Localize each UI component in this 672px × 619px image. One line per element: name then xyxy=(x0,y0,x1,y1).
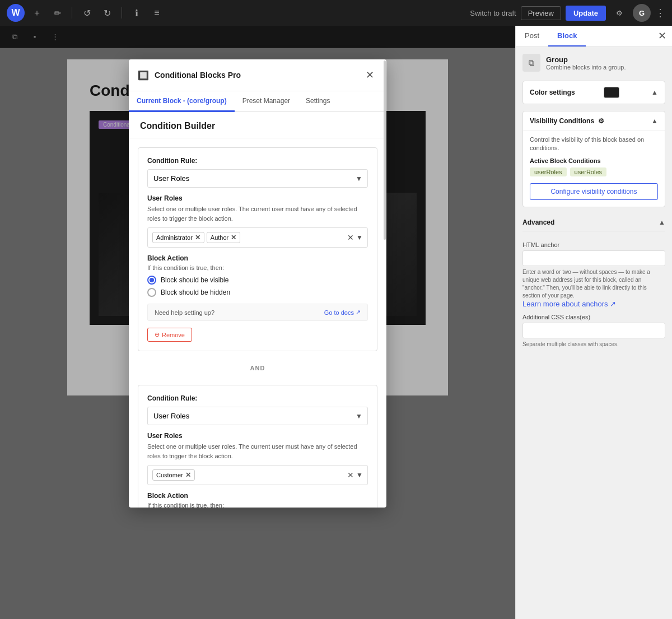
radio-hidden-1[interactable]: Block should be hidden xyxy=(147,288,368,297)
tags-dropdown-icon-2[interactable]: ▼ xyxy=(356,471,363,479)
user-avatar[interactable]: G xyxy=(633,4,651,22)
more-options-icon[interactable]: ⋮ xyxy=(655,7,665,19)
group-label: Group xyxy=(546,55,626,64)
tags-clear-icon-2[interactable]: ✕ xyxy=(347,471,354,480)
tag-customer: Customer ✕ xyxy=(152,469,195,481)
condition-rule-select-1[interactable]: User Roles xyxy=(147,169,368,188)
remove-button-1[interactable]: ⊖ Remove xyxy=(147,328,192,342)
settings-gear-icon[interactable]: ⚙ xyxy=(610,4,628,22)
list-view-icon[interactable]: ≡ xyxy=(149,5,165,21)
html-anchor-input[interactable] xyxy=(522,250,665,266)
condition-rule-label-2: Condition Rule: xyxy=(147,394,368,402)
additional-css-input[interactable] xyxy=(522,323,665,338)
user-roles-label-1: User Roles xyxy=(147,194,368,202)
html-anchor-label: HTML anchor xyxy=(522,241,665,248)
topbar-right: Switch to draft Preview Update ⚙ G ⋮ xyxy=(470,4,665,22)
modal-dialog: 🔲 Conditional Blocks Pro ✕ Current Block… xyxy=(129,59,386,508)
sidebar: Post Block ✕ ⧉ Group Combine blocks into… xyxy=(515,26,672,619)
modal-body: Condition Builder Condition Rule: User R… xyxy=(129,112,386,508)
color-swatch xyxy=(604,87,619,98)
configure-visibility-button[interactable]: Configure visibility conditions xyxy=(530,183,658,200)
advanced-header[interactable]: Advanced ▲ xyxy=(522,214,665,231)
advanced-chevron-icon: ▲ xyxy=(659,218,665,226)
learn-more-anchors-link[interactable]: Learn more about anchors ↗ xyxy=(522,300,616,308)
color-settings-section: Color settings ▲ xyxy=(522,81,665,104)
radio-hidden-label-1: Block should be hidden xyxy=(161,288,230,296)
pencil-icon[interactable]: ✏ xyxy=(49,5,65,21)
tags-input-2[interactable]: Customer ✕ ✕ ▼ xyxy=(147,465,368,485)
if-condition-text-2: If this condition is true, then: xyxy=(147,502,368,508)
user-roles-label-2: User Roles xyxy=(147,432,368,440)
modal-close-button[interactable]: ✕ xyxy=(362,67,377,83)
condition-tags: userRoles userRoles xyxy=(530,167,658,176)
tab-preset-manager[interactable]: Preset Manager xyxy=(235,91,298,112)
rule-select-wrapper-1: User Roles ▼ xyxy=(147,169,368,188)
modal-tabs: Current Block - (core/group) Preset Mana… xyxy=(129,91,386,112)
modal-overlay: 🔲 Conditional Blocks Pro ✕ Current Block… xyxy=(0,26,515,619)
color-settings-title: Color settings xyxy=(530,89,575,96)
remove-icon-1: ⊖ xyxy=(155,331,160,338)
additional-css-label: Additional CSS class(es) xyxy=(522,314,665,320)
rule-select-wrapper-2: User Roles ▼ xyxy=(147,407,368,425)
visibility-conditions-icon: ⚙ xyxy=(598,117,604,125)
tag-administrator: Administrator ✕ xyxy=(152,232,204,243)
condition-rule-label-1: Condition Rule: xyxy=(147,157,368,165)
modal-title: Conditional Blocks Pro xyxy=(155,71,241,80)
group-text: Group Combine blocks into a group. xyxy=(546,55,626,71)
block-action-label-1: Block Action xyxy=(147,254,368,262)
visibility-chevron-icon: ▲ xyxy=(651,117,658,125)
separator xyxy=(72,7,72,18)
sidebar-tab-post[interactable]: Post xyxy=(516,26,548,46)
wp-logo-icon[interactable]: W xyxy=(7,4,25,22)
go-to-docs-link-1[interactable]: Go to docs ↗ xyxy=(324,309,361,316)
sidebar-close-button[interactable]: ✕ xyxy=(652,26,672,46)
modal-scrollbar[interactable] xyxy=(383,112,386,508)
advanced-section: Advanced ▲ HTML anchor Enter a word or t… xyxy=(522,214,665,353)
switch-draft-button[interactable]: Switch to draft xyxy=(470,9,516,17)
condition-tag-1: userRoles xyxy=(530,167,567,176)
help-bar-1: Need help setting up? Go to docs ↗ xyxy=(147,304,368,321)
info-icon[interactable]: ℹ xyxy=(129,5,144,21)
update-button[interactable]: Update xyxy=(566,6,606,21)
visibility-conditions-section: Visibility Conditions ⚙ ▲ Control the vi… xyxy=(522,111,665,207)
radio-visible-1[interactable]: Block should be visible xyxy=(147,276,368,285)
tab-settings[interactable]: Settings xyxy=(298,91,338,112)
block-action-label-2: Block Action xyxy=(147,492,368,500)
color-settings-header[interactable]: Color settings ▲ xyxy=(523,81,665,104)
add-block-icon[interactable]: ＋ xyxy=(29,5,45,21)
tags-input-1[interactable]: Administrator ✕ Author ✕ ✕ ▼ xyxy=(147,227,368,248)
redo-icon[interactable]: ↻ xyxy=(99,5,115,21)
radio-circle-hidden-1 xyxy=(147,288,156,297)
visibility-body: Control the visibility of this block bas… xyxy=(523,131,665,207)
group-block-icon: ⧉ xyxy=(522,54,540,72)
sidebar-body: ⧉ Group Combine blocks into a group. Col… xyxy=(516,47,672,619)
modal-title-icon: 🔲 xyxy=(138,70,149,81)
tag-remove-author[interactable]: ✕ xyxy=(231,234,236,241)
radio-group-1: Block should be visible Block should be … xyxy=(147,276,368,297)
editor-area: ⧉ ▪ ⋮ Conditional Blo Conditional Member… xyxy=(0,26,515,619)
topbar: W ＋ ✏ ↺ ↻ ℹ ≡ Switch to draft Preview Up… xyxy=(0,0,672,26)
main-layout: ⧉ ▪ ⋮ Conditional Blo Conditional Member… xyxy=(0,26,672,619)
visibility-conditions-header[interactable]: Visibility Conditions ⚙ ▲ xyxy=(523,111,665,131)
scrollbar-thumb xyxy=(384,112,386,240)
color-settings-chevron-icon: ▲ xyxy=(651,89,658,96)
sidebar-tabs: Post Block ✕ xyxy=(516,26,672,47)
user-roles-desc-1: Select one or multiple user roles. The c… xyxy=(147,204,368,223)
condition-rule-select-2[interactable]: User Roles xyxy=(147,407,368,425)
undo-icon[interactable]: ↺ xyxy=(79,5,95,21)
preview-button[interactable]: Preview xyxy=(521,6,561,20)
tags-clear-icon-1[interactable]: ✕ xyxy=(347,233,354,242)
visibility-desc: Control the visibility of this block bas… xyxy=(530,136,658,153)
tags-dropdown-icon-1[interactable]: ▼ xyxy=(356,234,363,241)
condition-card-1: Condition Rule: User Roles ▼ User Roles … xyxy=(138,147,377,351)
tag-remove-administrator[interactable]: ✕ xyxy=(195,234,200,241)
modal-header: 🔲 Conditional Blocks Pro ✕ xyxy=(129,59,386,91)
tab-current-block[interactable]: Current Block - (core/group) xyxy=(129,91,235,112)
sidebar-tab-block[interactable]: Block xyxy=(548,26,586,46)
tag-remove-customer[interactable]: ✕ xyxy=(185,471,191,479)
user-roles-desc-2: Select one or multiple user roles. The c… xyxy=(147,442,368,460)
condition-builder-title: Condition Builder xyxy=(129,112,386,138)
separator xyxy=(122,7,122,18)
visibility-conditions-title: Visibility Conditions ⚙ xyxy=(530,117,604,125)
radio-circle-visible-1 xyxy=(147,276,156,285)
